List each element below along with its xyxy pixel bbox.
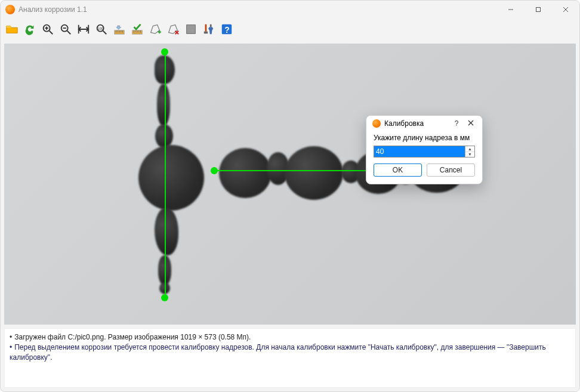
dialog-icon bbox=[372, 119, 381, 128]
zoom-100-button[interactable]: 100 bbox=[92, 20, 110, 38]
svg-rect-36 bbox=[205, 24, 207, 32]
length-spinbox[interactable]: 40 ▲ ▼ bbox=[374, 146, 475, 158]
app-window: Анализ коррозии 1.1 100 bbox=[0, 0, 580, 392]
svg-line-5 bbox=[50, 31, 53, 35]
svg-text:100: 100 bbox=[98, 27, 103, 30]
settings-button[interactable] bbox=[200, 20, 218, 38]
window-maximize-button[interactable] bbox=[525, 1, 552, 18]
dialog-cancel-button[interactable]: Cancel bbox=[427, 163, 475, 177]
calibrate-start-button[interactable] bbox=[110, 20, 128, 38]
app-icon bbox=[5, 5, 15, 14]
spin-buttons: ▲ ▼ bbox=[465, 146, 474, 157]
window-close-button[interactable] bbox=[552, 1, 579, 18]
zoom-in-button[interactable] bbox=[39, 20, 57, 38]
log-panel: •Загружен файл C:/pic0.png. Размер изобр… bbox=[4, 328, 576, 388]
calibrate-accept-button[interactable] bbox=[128, 20, 146, 38]
fit-width-button[interactable] bbox=[75, 20, 92, 38]
dialog-titlebar: Калибровка ? bbox=[366, 116, 482, 130]
svg-line-9 bbox=[67, 31, 71, 35]
help-button[interactable]: ? bbox=[218, 20, 236, 38]
window-minimize-button[interactable] bbox=[497, 1, 525, 18]
svg-line-15 bbox=[103, 31, 107, 35]
toolbar: 100 ? bbox=[1, 18, 579, 40]
refresh-button[interactable] bbox=[21, 20, 39, 38]
spin-down-button[interactable]: ▼ bbox=[465, 152, 474, 158]
calibration-dialog: Калибровка ? Укажите длину надреза в мм … bbox=[366, 115, 483, 184]
gray-preview-button[interactable] bbox=[182, 20, 200, 38]
svg-rect-37 bbox=[204, 32, 208, 34]
length-value[interactable]: 40 bbox=[374, 146, 465, 157]
titlebar: Анализ коррозии 1.1 bbox=[1, 1, 579, 18]
svg-rect-1 bbox=[536, 8, 541, 12]
region-add-button[interactable] bbox=[146, 20, 164, 38]
dialog-prompt: Укажите длину надреза в мм bbox=[374, 134, 475, 142]
svg-rect-35 bbox=[187, 25, 196, 34]
open-folder-button[interactable] bbox=[3, 20, 21, 38]
image-viewport[interactable]: Калибровка ? Укажите длину надреза в мм … bbox=[4, 44, 576, 325]
log-entry: •Загружен файл C:/pic0.png. Размер изобр… bbox=[10, 332, 570, 342]
dialog-help-button[interactable]: ? bbox=[451, 119, 462, 128]
dialog-ok-button[interactable]: OK bbox=[374, 163, 422, 177]
image-viewport-container: Калибровка ? Укажите длину надреза в мм … bbox=[4, 44, 576, 325]
spin-up-button[interactable]: ▲ bbox=[465, 146, 474, 152]
region-remove-button[interactable] bbox=[164, 20, 182, 38]
app-title: Анализ коррозии 1.1 bbox=[18, 5, 87, 14]
dialog-close-button[interactable] bbox=[465, 119, 476, 128]
log-entry: •Перед выделением коррозии требуется про… bbox=[10, 342, 570, 363]
zoom-out-button[interactable] bbox=[57, 20, 75, 38]
svg-text:?: ? bbox=[224, 26, 229, 35]
dialog-title: Калибровка bbox=[384, 119, 424, 128]
svg-rect-38 bbox=[210, 24, 212, 27]
